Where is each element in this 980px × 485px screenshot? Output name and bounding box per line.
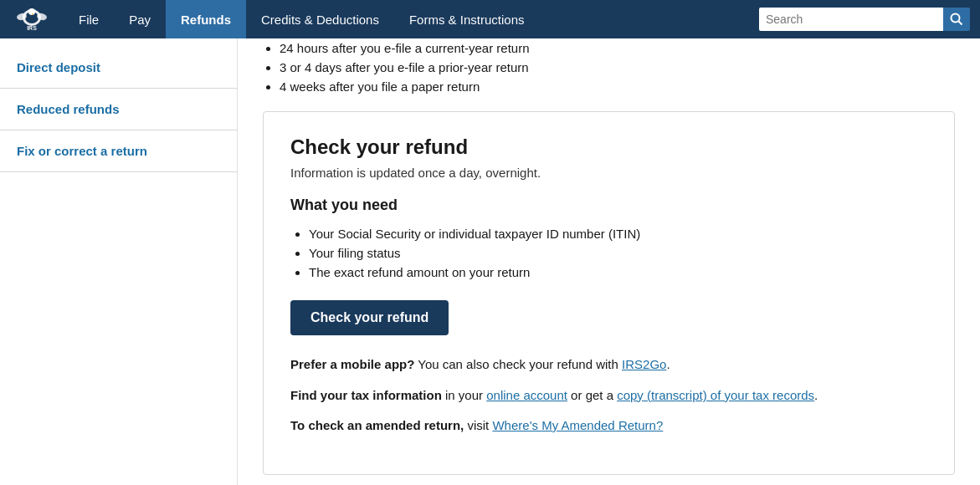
amended-prefix: To check an amended return, <box>290 418 464 432</box>
mobile-app-text: You can also check your refund with <box>414 357 622 371</box>
nav-file[interactable]: File <box>64 0 114 38</box>
search-form <box>759 8 980 31</box>
find-tax-row: Find your tax information in your online… <box>290 386 927 406</box>
need-item-2: Your filing status <box>309 243 927 263</box>
search-input[interactable] <box>759 8 943 31</box>
online-account-link[interactable]: online account <box>486 388 567 402</box>
mobile-app-suffix: . <box>666 357 670 371</box>
pre-bullet-3: 4 weeks after you file a paper return <box>280 77 955 96</box>
sidebar-item-reduced-refunds[interactable]: Reduced refunds <box>0 89 237 130</box>
page-layout: Direct deposit Reduced refunds Fix or co… <box>0 38 980 485</box>
find-tax-text: in your <box>442 388 486 402</box>
what-you-need-list: Your Social Security or individual taxpa… <box>309 224 927 282</box>
irs2go-link[interactable]: IRS2Go <box>622 357 666 371</box>
nav-forms-instructions[interactable]: Forms & Instructions <box>394 0 540 38</box>
transcript-link[interactable]: copy (transcript) of your tax records <box>617 388 814 402</box>
nav-pay[interactable]: Pay <box>114 0 166 38</box>
sidebar-item-fix-return[interactable]: Fix or correct a return <box>0 130 237 172</box>
pre-box-list: 24 hours after you e-file a current-year… <box>254 38 980 111</box>
mobile-app-prefix: Prefer a mobile app? <box>290 357 414 371</box>
pre-bullet-2: 3 or 4 days after you e-file a prior-yea… <box>280 58 955 77</box>
pre-bullet-1: 24 hours after you e-file a current-year… <box>280 38 955 58</box>
svg-text:IRS: IRS <box>27 25 37 31</box>
amended-return-link[interactable]: Where's My Amended Return? <box>492 418 663 432</box>
search-icon <box>950 13 963 26</box>
main-nav: IRS File Pay Refunds Credits & Deduction… <box>0 0 980 38</box>
need-item-1: Your Social Security or individual taxpa… <box>309 224 927 243</box>
refund-box-subtitle: Information is updated once a day, overn… <box>290 166 927 180</box>
nav-credits-deductions[interactable]: Credits & Deductions <box>246 0 394 38</box>
irs-logo: IRS <box>0 0 64 38</box>
svg-point-8 <box>952 14 960 23</box>
sidebar: Direct deposit Reduced refunds Fix or co… <box>0 38 238 485</box>
main-content: 24 hours after you e-file a current-year… <box>238 38 980 485</box>
need-item-3: The exact refund amount on your return <box>309 263 927 282</box>
refund-box-heading: Check your refund <box>290 135 927 159</box>
nav-refunds[interactable]: Refunds <box>166 0 246 38</box>
refund-box: Check your refund Information is updated… <box>263 111 955 475</box>
what-you-need-heading: What you need <box>290 197 927 214</box>
check-refund-button[interactable]: Check your refund <box>290 300 449 335</box>
find-tax-or: or get a <box>567 388 617 402</box>
amended-return-row: To check an amended return, visit Where'… <box>290 416 927 436</box>
mobile-app-row: Prefer a mobile app? You can also check … <box>290 355 927 375</box>
svg-line-9 <box>959 22 962 25</box>
find-tax-suffix: . <box>814 388 818 402</box>
amended-text: visit <box>464 418 492 432</box>
sidebar-item-direct-deposit[interactable]: Direct deposit <box>0 47 237 89</box>
irs-logo-icon: IRS <box>10 6 54 33</box>
search-button[interactable] <box>943 8 970 31</box>
find-tax-prefix: Find your tax information <box>290 388 442 402</box>
nav-links: File Pay Refunds Credits & Deductions Fo… <box>64 0 539 38</box>
